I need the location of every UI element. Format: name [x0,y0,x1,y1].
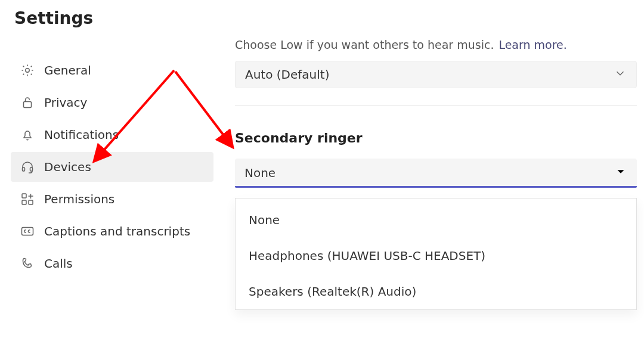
svg-rect-3 [30,168,33,171]
gear-icon [20,63,35,77]
svg-rect-1 [24,102,32,108]
cc-icon [20,224,35,238]
sidebar-item-label: Devices [44,160,91,174]
grid-plus-icon [20,192,35,206]
sidebar-item-privacy[interactable]: Privacy [11,88,213,117]
helper-row: Choose Low if you want others to hear mu… [235,38,637,51]
phone-icon [20,256,35,271]
sidebar-item-permissions[interactable]: Permissions [11,184,213,214]
settings-sidebar: Settings General Privacy Notifications [11,8,213,338]
sidebar-item-label: Permissions [44,192,114,206]
sidebar-item-label: Privacy [44,95,87,110]
headset-icon [20,160,35,174]
sidebar-item-label: General [44,63,91,77]
audio-profile-select[interactable]: Auto (Default) [235,61,637,88]
secondary-ringer-dropdown: None Headphones (HUAWEI USB-C HEADSET) S… [235,198,637,310]
svg-rect-5 [22,200,26,204]
lock-icon [20,95,35,110]
secondary-ringer-value: None [244,166,275,180]
sidebar-item-captions[interactable]: Captions and transcripts [11,216,213,246]
bell-icon [20,128,35,142]
svg-rect-4 [22,194,26,198]
sidebar-item-label: Notifications [44,128,119,142]
sidebar-item-notifications[interactable]: Notifications [11,120,213,150]
sidebar-item-calls[interactable]: Calls [11,249,213,278]
sidebar-item-label: Calls [44,256,73,271]
ringer-option-none[interactable]: None [236,202,636,238]
chevron-down-icon [614,67,627,83]
svg-rect-6 [29,200,33,204]
settings-main: Choose Low if you want others to hear mu… [213,8,644,338]
audio-profile-value: Auto (Default) [245,67,329,82]
page-title: Settings [11,8,213,28]
learn-more-link[interactable]: Learn more. [499,38,566,51]
chevron-down-icon [614,165,627,181]
section-divider [235,105,637,106]
secondary-ringer-title: Secondary ringer [235,131,637,145]
sidebar-item-general[interactable]: General [11,55,213,85]
secondary-ringer-select[interactable]: None [235,159,637,187]
svg-rect-7 [22,228,33,235]
ringer-option-speakers[interactable]: Speakers (Realtek(R) Audio) [236,274,636,309]
settings-nav: General Privacy Notifications Devices [11,55,213,278]
svg-point-0 [26,69,29,72]
sidebar-item-devices[interactable]: Devices [11,152,213,182]
svg-rect-2 [23,168,25,171]
sidebar-item-label: Captions and transcripts [44,224,190,238]
ringer-option-headphones[interactable]: Headphones (HUAWEI USB-C HEADSET) [236,238,636,274]
helper-text: Choose Low if you want others to hear mu… [235,38,494,51]
